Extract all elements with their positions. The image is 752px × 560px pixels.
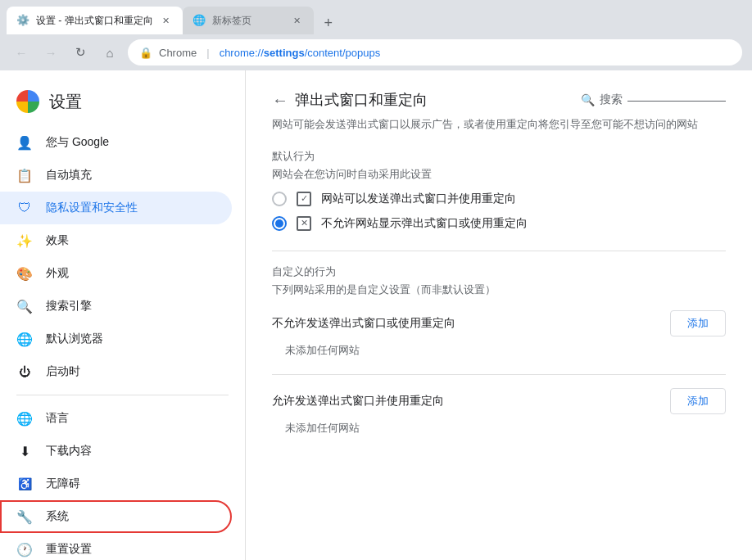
option-block-label: 不允许网站显示弹出式窗口或使用重定向 <box>321 216 528 231</box>
chrome-logo <box>16 90 39 113</box>
autofill-icon: 📋 <box>16 167 33 183</box>
sidebar-item-autofill[interactable]: 📋 自动填充 <box>0 159 232 192</box>
section-divider-1 <box>272 251 726 251</box>
forward-button[interactable]: → <box>39 41 62 64</box>
content-search[interactable]: 🔍 搜索 <box>581 93 726 107</box>
content-description: 网站可能会发送弹出式窗口以展示广告，或者使用重定向将您引导至您可能不想访问的网站 <box>272 116 726 133</box>
settings-favicon: ⚙️ <box>16 14 29 27</box>
appearance-icon: 🎨 <box>16 265 33 282</box>
settings-tab-close[interactable]: ✕ <box>160 14 173 27</box>
url-bar[interactable]: 🔒 Chrome | chrome://settings/content/pop… <box>128 39 742 65</box>
language-icon: 🌐 <box>16 410 33 427</box>
default-behavior-title: 默认行为 <box>272 149 726 164</box>
url-brand: Chrome <box>159 47 197 59</box>
radio-block-circle[interactable] <box>272 216 287 231</box>
search-underline <box>627 101 726 102</box>
allow-add-button[interactable]: 添加 <box>670 388 726 414</box>
sidebar-divider-1 <box>16 395 229 395</box>
sidebar-title: 设置 <box>49 91 82 113</box>
search-icon: 🔍 <box>581 93 595 106</box>
new-tab-button[interactable]: + <box>317 11 340 34</box>
sidebar-label-autofill: 自动填充 <box>46 168 215 183</box>
allow-empty-label: 未添加任何网站 <box>285 421 726 436</box>
effects-icon: ✨ <box>16 233 33 249</box>
sidebar-item-reset[interactable]: 🕐 重置设置 <box>0 533 232 560</box>
sidebar-label-google: 您与 Google <box>46 135 215 150</box>
block-empty-label: 未添加任何网站 <box>285 343 726 358</box>
allow-section-label: 允许发送弹出式窗口并使用重定向 <box>272 394 444 409</box>
newtab-tab-label: 新标签页 <box>212 14 284 28</box>
reload-button[interactable]: ↻ <box>69 41 92 64</box>
sidebar-label-search: 搜索引擎 <box>46 299 215 314</box>
custom-behavior-title: 自定义的行为 <box>272 264 726 279</box>
secure-icon: 🔒 <box>139 47 152 59</box>
option-allow-label: 网站可以发送弹出式窗口并使用重定向 <box>321 192 516 206</box>
block-section-label: 不允许发送弹出式窗口或使用重定向 <box>272 316 455 331</box>
sidebar-label-a11y: 无障碍 <box>46 476 215 491</box>
sidebar: 设置 👤 您与 Google 📋 自动填充 🛡 隐私设置和安全性 ✨ 效果 🎨 … <box>0 70 246 560</box>
sidebar-item-default-browser[interactable]: 🌐 默认浏览器 <box>0 323 232 355</box>
newtab-tab[interactable]: 🌐 新标签页 ✕ <box>183 7 314 34</box>
sidebar-item-system[interactable]: 🔧 系统 <box>0 500 232 533</box>
address-bar: ← → ↻ ⌂ 🔒 Chrome | chrome://settings/con… <box>0 34 752 70</box>
radio-allow-circle[interactable] <box>272 192 287 206</box>
sidebar-item-startup[interactable]: ⏻ 启动时 <box>0 355 232 388</box>
sidebar-item-downloads[interactable]: ⬇ 下载内容 <box>0 435 232 467</box>
sidebar-label-appearance: 外观 <box>46 266 215 281</box>
allow-icon: ✓ <box>297 192 311 206</box>
back-nav[interactable]: ← 弹出式窗口和重定向 <box>272 90 428 110</box>
main-content: ← 弹出式窗口和重定向 🔍 搜索 网站可能会发送弹出式窗口以展示广告，或者使用重… <box>246 70 752 560</box>
sidebar-label-default-browser: 默认浏览器 <box>46 332 215 346</box>
radio-group: ✓ 网站可以发送弹出式窗口并使用重定向 ✕ 不允许网站显示弹出式窗口或使用重定向 <box>272 192 726 231</box>
browser-chrome: ⚙️ 设置 - 弹出式窗口和重定向 ✕ 🌐 新标签页 ✕ + ← → ↻ ⌂ 🔒… <box>0 0 752 70</box>
search-engine-icon: 🔍 <box>16 298 33 314</box>
sidebar-label-downloads: 下载内容 <box>46 444 215 458</box>
settings-tab[interactable]: ⚙️ 设置 - 弹出式窗口和重定向 ✕ <box>7 7 183 34</box>
google-icon: 👤 <box>16 134 33 151</box>
option-allow[interactable]: ✓ 网站可以发送弹出式窗口并使用重定向 <box>272 192 726 206</box>
newtab-tab-close[interactable]: ✕ <box>291 14 304 27</box>
back-icon: ← <box>272 91 288 110</box>
custom-behavior-subtitle: 下列网站采用的是自定义设置（而非默认设置） <box>272 282 726 297</box>
sidebar-item-search[interactable]: 🔍 搜索引擎 <box>0 290 232 323</box>
block-icon: ✕ <box>297 216 311 231</box>
sidebar-item-privacy[interactable]: 🛡 隐私设置和安全性 <box>0 192 232 224</box>
search-label: 搜索 <box>600 93 623 107</box>
sidebar-item-effects[interactable]: ✨ 效果 <box>0 224 232 257</box>
section-divider-2 <box>272 374 726 375</box>
content-header: ← 弹出式窗口和重定向 🔍 搜索 <box>272 90 726 110</box>
sidebar-label-startup: 启动时 <box>46 364 215 379</box>
sidebar-header: 设置 <box>0 84 245 126</box>
startup-icon: ⏻ <box>16 364 33 380</box>
sidebar-item-a11y[interactable]: ♿ 无障碍 <box>0 467 232 500</box>
newtab-favicon: 🌐 <box>193 14 206 27</box>
sidebar-item-appearance[interactable]: 🎨 外观 <box>0 257 232 290</box>
settings-tab-label: 设置 - 弹出式窗口和重定向 <box>36 14 153 28</box>
sidebar-label-privacy: 隐私设置和安全性 <box>46 201 215 215</box>
url-path: chrome://settings/content/popups <box>220 47 381 59</box>
content-title: 弹出式窗口和重定向 <box>295 90 428 110</box>
sidebar-label-system: 系统 <box>46 509 215 524</box>
privacy-icon: 🛡 <box>16 200 33 216</box>
block-subsection-header: 不允许发送弹出式窗口或使用重定向 添加 <box>272 310 726 336</box>
downloads-icon: ⬇ <box>16 443 33 459</box>
custom-behavior-section: 自定义的行为 下列网站采用的是自定义设置（而非默认设置） 不允许发送弹出式窗口或… <box>272 264 726 436</box>
default-browser-icon: 🌐 <box>16 331 33 347</box>
sidebar-item-google[interactable]: 👤 您与 Google <box>0 126 232 159</box>
block-add-button[interactable]: 添加 <box>670 310 726 336</box>
sidebar-label-effects: 效果 <box>46 233 215 248</box>
url-pipe: | <box>206 47 209 59</box>
default-behavior-section: 默认行为 网站会在您访问时自动采用此设置 ✓ 网站可以发送弹出式窗口并使用重定向… <box>272 149 726 231</box>
home-button[interactable]: ⌂ <box>98 41 121 64</box>
app-body: 设置 👤 您与 Google 📋 自动填充 🛡 隐私设置和安全性 ✨ 效果 🎨 … <box>0 70 752 560</box>
sidebar-item-language[interactable]: 🌐 语言 <box>0 402 232 435</box>
system-icon: 🔧 <box>16 508 33 525</box>
a11y-icon: ♿ <box>16 476 33 492</box>
back-button[interactable]: ← <box>10 41 33 64</box>
option-block[interactable]: ✕ 不允许网站显示弹出式窗口或使用重定向 <box>272 216 726 231</box>
sidebar-label-language: 语言 <box>46 411 215 426</box>
sidebar-label-reset: 重置设置 <box>46 542 215 557</box>
default-behavior-subtitle: 网站会在您访问时自动采用此设置 <box>272 167 726 182</box>
allow-subsection-header: 允许发送弹出式窗口并使用重定向 添加 <box>272 388 726 414</box>
reset-icon: 🕐 <box>16 541 33 558</box>
